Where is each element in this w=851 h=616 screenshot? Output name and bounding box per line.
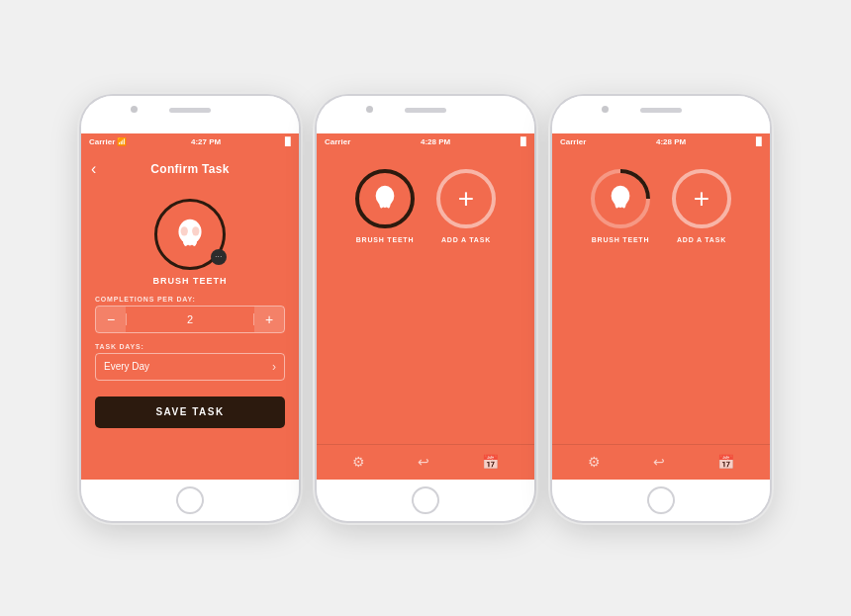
- bottom-bezel-2: [317, 480, 534, 521]
- back-button[interactable]: ‹: [91, 160, 96, 178]
- time-2: 4:28 PM: [421, 137, 450, 146]
- completions-label: COMPLETIONS PER DAY:: [95, 296, 196, 303]
- battery-2: ▉: [520, 137, 526, 146]
- carrier-3: Carrier: [560, 137, 586, 146]
- carrier-2: Carrier: [325, 137, 350, 146]
- screen-confirm-task: Carrier 📶 4:27 PM ▉ ‹ Confirm Task: [81, 133, 299, 480]
- add-inner-2: +: [678, 175, 725, 222]
- top-bezel-2: [317, 96, 534, 133]
- settings-icon-2[interactable]: ⚙: [588, 454, 601, 470]
- nav-bar: ‹ Confirm Task: [81, 151, 299, 187]
- speaker: [169, 108, 211, 113]
- battery-icon-1: ▉: [285, 137, 291, 146]
- task-name-confirm: BRUSH TEETH: [152, 276, 227, 286]
- stepper-value: 2: [126, 313, 254, 325]
- bottom-bezel-3: [552, 480, 770, 521]
- home-button-3[interactable]: [647, 486, 675, 514]
- tooth-arc-2: [589, 167, 652, 230]
- brush-teeth-item-1[interactable]: BRUSH TEETH: [353, 167, 417, 243]
- carrier-label: Carrier: [89, 137, 115, 146]
- confirm-task-content: ··· BRUSH TEETH COMPLETIONS PER DAY: − 2…: [81, 187, 299, 480]
- tab-bar-1: ⚙ ↩ 📅: [317, 444, 534, 480]
- home-button-1[interactable]: [176, 486, 204, 514]
- time-label-1: 4:27 PM: [191, 137, 221, 146]
- status-bar-3: Carrier 4:28 PM ▉: [552, 133, 770, 151]
- share-icon-2[interactable]: ↩: [653, 454, 665, 470]
- top-bezel-3: [552, 96, 770, 133]
- add-task-label-1: ADD A TASK: [441, 236, 491, 243]
- bottom-bezel-1: [81, 480, 299, 521]
- stepper-row: − 2 +: [95, 306, 285, 333]
- add-task-item-2[interactable]: + ADD A TASK: [670, 167, 733, 243]
- brush-teeth-item-2[interactable]: BRUSH TEETH: [589, 167, 652, 243]
- svg-point-2: [192, 226, 199, 235]
- speaker-3: [640, 108, 682, 113]
- camera: [131, 106, 138, 113]
- brush-teeth-label-1: BRUSH TEETH: [356, 236, 415, 243]
- home-button-2[interactable]: [412, 486, 439, 514]
- screen-main-1: Carrier 4:28 PM ▉: [317, 133, 534, 480]
- increment-button[interactable]: +: [254, 307, 284, 332]
- nav-title: Confirm Task: [150, 162, 229, 176]
- time-3: 4:28 PM: [656, 137, 686, 146]
- tasks-row-1: BRUSH TEETH + ADD A TASK: [353, 167, 498, 243]
- add-task-item-1[interactable]: + ADD A TASK: [434, 167, 498, 243]
- tooth-circle: ···: [154, 199, 226, 270]
- main-screen-content-1: BRUSH TEETH + ADD A TASK: [317, 151, 534, 444]
- decrement-button[interactable]: −: [96, 307, 126, 332]
- brush-teeth-label-2: BRUSH TEETH: [592, 236, 650, 243]
- tasks-row-2: BRUSH TEETH + ADD A TASK: [589, 167, 733, 243]
- phone-main-1: Carrier 4:28 PM ▉: [317, 96, 534, 521]
- phone-confirm-task: Carrier 📶 4:27 PM ▉ ‹ Confirm Task: [81, 96, 299, 521]
- battery-3: ▉: [756, 137, 762, 146]
- calendar-icon-1[interactable]: 📅: [482, 454, 499, 470]
- plus-icon-1: +: [458, 185, 474, 213]
- tooth-inner-1: [361, 175, 409, 222]
- edit-dots-icon: ···: [215, 253, 222, 260]
- calendar-icon-2[interactable]: 📅: [717, 454, 734, 470]
- add-inner-1: +: [442, 175, 490, 222]
- speaker-2: [405, 108, 446, 113]
- plus-icon-2: +: [694, 185, 709, 213]
- task-days-label: TASK DAYS:: [95, 343, 144, 350]
- tooth-svg-1: [368, 182, 402, 216]
- camera-3: [602, 106, 609, 113]
- screen-main-2: Carrier 4:28 PM ▉: [552, 133, 770, 480]
- tooth-svg-2: [604, 182, 637, 216]
- wifi-icon: 📶: [117, 137, 127, 146]
- add-task-label-2: ADD A TASK: [677, 236, 726, 243]
- camera-2: [366, 106, 373, 113]
- task-days-row[interactable]: Every Day ›: [95, 353, 285, 381]
- svg-point-1: [181, 226, 188, 235]
- tab-bar-2: ⚙ ↩ 📅: [552, 444, 770, 480]
- edit-badge[interactable]: ···: [211, 249, 227, 265]
- share-icon-1[interactable]: ↩: [418, 454, 429, 470]
- top-bezel: [81, 96, 299, 133]
- main-screen-content-2: BRUSH TEETH + ADD A TASK: [552, 151, 770, 444]
- phone-main-2: Carrier 4:28 PM ▉: [552, 96, 770, 521]
- add-arc-1: +: [434, 167, 498, 230]
- settings-icon-1[interactable]: ⚙: [352, 454, 365, 470]
- tooth-inner-2: [597, 175, 644, 222]
- add-arc-2: +: [670, 167, 733, 230]
- tooth-arc-1: [353, 167, 417, 230]
- status-bar-1: Carrier 📶 4:27 PM ▉: [81, 133, 299, 151]
- chevron-right-icon: ›: [272, 360, 276, 374]
- status-bar-2: Carrier 4:28 PM ▉: [317, 133, 534, 151]
- save-task-button[interactable]: SAVE TASK: [95, 396, 285, 428]
- task-days-value: Every Day: [104, 361, 272, 372]
- tooth-icon: [169, 214, 211, 255]
